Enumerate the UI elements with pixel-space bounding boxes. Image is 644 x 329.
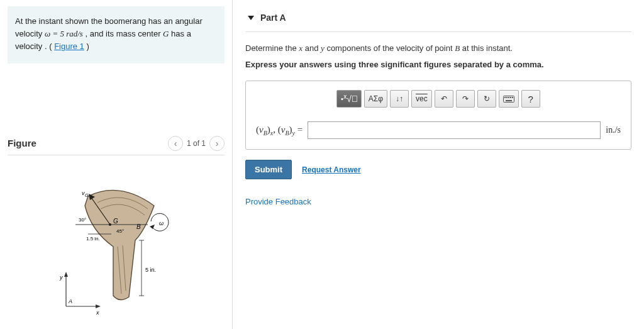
svg-marker-1 [64,272,68,277]
svg-rect-19 [510,97,511,98]
point-G-label: G [113,218,118,225]
svg-marker-13 [150,225,155,229]
keyboard-icon [503,96,514,103]
svg-rect-18 [508,97,509,98]
figure-link[interactable]: Figure 1 [54,42,84,51]
variable-label: (vB)x, (vB)y = [256,125,303,137]
figure-title: Figure [8,138,36,148]
subsup-button[interactable]: ↓↑ [390,90,409,108]
instruction-1: Determine the x and y components of the … [245,43,631,53]
svg-marker-3 [96,304,101,308]
problem-statement: At the instant shown the boomerang has a… [8,6,225,64]
figure-counter: 1 of 1 [187,139,206,148]
mass-center-G: G [163,29,169,38]
greek-button[interactable]: ΑΣφ [364,90,387,108]
redo-button[interactable]: ↷ [456,90,475,108]
svg-rect-20 [512,97,513,98]
svg-text:G: G [85,193,89,198]
axis-x-label: x [96,309,99,316]
reset-button[interactable]: ↻ [477,90,496,108]
request-answer-link[interactable]: Request Answer [302,165,361,174]
angle-45-label: 45° [116,228,124,234]
templates-button[interactable]: ▪x√ [336,90,362,108]
provide-feedback-link[interactable]: Provide Feedback [245,197,631,206]
angle-30-label: 30° [79,217,86,223]
keyboard-button[interactable] [499,90,519,108]
dim-1-5-label: 1.5 in. [86,236,100,242]
submit-button[interactable]: Submit [245,160,292,179]
instruction-2: Express your answers using three signifi… [245,60,631,69]
svg-rect-21 [506,100,512,101]
figure-prev-button[interactable]: ‹ [168,136,183,151]
answer-input[interactable] [308,121,601,139]
axis-y-label: y [59,274,63,281]
answer-box: ▪x√ ΑΣφ ↓↑ vec ↶ ↷ ↻ ? (vB)x, (vB)y = in… [245,81,631,150]
undo-button[interactable]: ↶ [435,90,453,108]
help-button[interactable]: ? [521,90,540,108]
math-toolbar: ▪x√ ΑΣφ ↓↑ vec ↶ ↷ ↻ ? [256,90,621,108]
svg-text:ω: ω [159,220,164,226]
vec-button[interactable]: vec [411,90,432,108]
figure-next-button[interactable]: › [209,136,225,151]
part-collapse-toggle[interactable] [248,16,254,20]
svg-rect-17 [506,97,508,98]
dim-5-label: 5 in. [145,267,156,273]
unit-label: in./s [606,125,621,135]
part-title: Part A [260,13,286,23]
point-A-label: A [68,298,72,304]
figure-image: y x A G B v G [8,171,225,316]
svg-rect-16 [504,97,506,98]
omega-expr: ω = 5 rad/s [45,29,83,38]
